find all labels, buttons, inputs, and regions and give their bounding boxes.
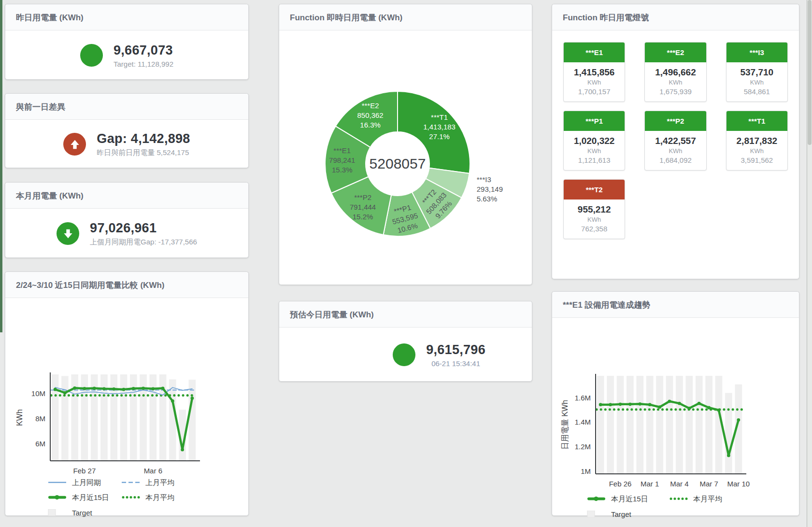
svg-text:15.2%: 15.2% [353,213,373,221]
status-circle-icon [80,44,103,67]
legend-label: 本月平均 [145,493,174,502]
stat-value: 97,026,961 [90,221,197,236]
panel-yesterday-usage: 昨日用電量 (KWh) 9,667,073 Target: 11,128,992 [5,4,249,80]
device-name-badge: ***E1 [564,43,625,62]
panel-estimate-today: 預估今日用電量 (KWh) 9,615,796 06-21 15:34:41 [279,301,532,382]
legend-swatch [587,496,606,502]
legend-label: 上月同期 [72,478,101,487]
compare-line-chart: 6M8M10MFeb 27Mar 6KWh [5,298,248,474]
scrollbar-thumb[interactable] [808,0,812,145]
panel-title: 與前一日差異 [5,94,248,120]
stat-body: 9,615,796 06-21 15:34:41 [279,328,532,382]
y-tick-label: 1.2M [575,442,591,451]
legend-item[interactable]: 本月近15日 [587,494,669,504]
device-name-badge: ***I3 [727,43,787,62]
svg-text:5.63%: 5.63% [477,195,498,203]
device-usage-value: 537,710 [727,67,787,78]
device-usage-unit: KWh [645,147,706,155]
legend-item[interactable]: 上月同期 [48,477,121,488]
legend-item[interactable]: 本月平均 [669,494,751,504]
legend-swatch [121,479,141,486]
svg-text:***T1: ***T1 [431,113,448,121]
x-tick-label: Feb 27 [73,467,96,474]
legend-item[interactable]: Target [587,509,669,519]
device-name-badge: ***P2 [645,111,706,131]
data-point [658,405,661,409]
data-point [628,402,632,406]
target-bar [169,379,176,461]
legend-item[interactable]: Target [48,507,121,518]
device-usage-unit: KWh [727,79,787,86]
device-status-tile: ***I3537,710KWh584,861 [726,42,788,102]
x-tick-label: Mar 7 [699,480,718,488]
panel-title: Function 即時日用電量 (KWh) [279,4,532,30]
legend-label: 本月近15日 [72,493,109,502]
device-target-value: 1,121,613 [564,156,625,164]
panel-title: 昨日用電量 (KWh) [5,4,248,30]
panel-title: 本月用電量 (KWh) [5,183,248,209]
device-target-value: 1,684,092 [645,156,706,164]
device-usage-value: 2,817,832 [727,136,787,146]
target-bar [646,376,654,474]
stat-body: 9,667,073 Target: 11,128,992 [5,30,248,80]
data-point [648,403,652,406]
device-name-badge: ***E2 [645,43,706,62]
device-usage-value: 1,415,856 [564,67,625,78]
device-usage-value: 955,212 [564,204,625,215]
panel-title: 預估今日用電量 (KWh) [279,301,532,328]
stat-body: Gap: 4,142,898 昨日與前日用電量 5,524,175 [5,120,248,169]
device-status-tile: ***P21,422,557KWh1,684,092 [644,111,706,171]
status-circle-icon [393,343,415,366]
trend-chart-legend: 本月近15日本月平均Target [587,494,799,519]
data-point [122,388,126,391]
device-usage-unit: KWh [564,79,625,86]
target-bar [666,376,673,474]
legend-item[interactable]: 上月平均 [121,477,195,488]
legend-item[interactable]: 本月平均 [121,492,195,503]
legend-item[interactable]: 本月近15日 [48,492,121,503]
svg-text:***I3: ***I3 [477,175,491,184]
device-name-badge: ***T1 [727,111,787,131]
device-target-value: 584,861 [727,87,787,96]
data-point [73,386,76,390]
x-tick-label: Feb 26 [609,480,632,488]
legend-swatch [587,511,606,517]
target-bar [607,376,614,474]
x-tick-label: Mar 4 [670,480,688,488]
scrollbar[interactable] [807,0,812,527]
svg-text:16.3%: 16.3% [360,121,381,129]
data-point [102,387,106,390]
device-usage-unit: KWh [564,147,625,155]
legend-label: 本月平均 [693,495,722,504]
legend-swatch [48,479,67,486]
y-tick-label: 6M [35,440,45,448]
stat-timestamp: 06-21 15:34:41 [426,359,485,368]
target-bar [627,376,634,474]
data-point [151,387,155,390]
target-bar [597,376,604,474]
device-usage-unit: KWh [727,147,787,155]
data-point [737,418,740,422]
device-name-badge: ***P1 [564,111,625,131]
device-target-value: 1,700,157 [564,87,625,96]
target-bar [61,376,69,461]
target-bar [617,376,624,474]
panel-e1-trend: ***E1 設備用電達成趨勢 1M1.2M1.4M1.6MFeb 26Mar 1… [552,291,799,516]
donut-slice-label: ***I3293,1495.63% [477,175,503,203]
arrow-down-icon [57,222,79,245]
data-point [707,406,711,410]
svg-text:850,362: 850,362 [357,111,383,119]
device-usage-unit: KWh [645,79,706,86]
y-axis-label: KWh [15,409,24,426]
data-point [698,402,701,405]
panel-realtime-usage: Function 即時日用電量 (KWh) ***T11,413,18327.1… [279,4,532,285]
data-point [687,407,691,410]
device-target-value: 1,675,939 [645,87,706,96]
y-tick-label: 10M [31,389,45,398]
target-bar [110,374,117,461]
svg-text:27.1%: 27.1% [429,132,450,141]
y-tick-label: 8M [35,414,45,423]
device-status-tile: ***P11,020,322KWh1,121,613 [563,111,625,171]
panel-title: 2/24~3/10 近15日同期用電量比較 (KWh) [5,272,248,298]
device-status-tile: ***T12,817,832KWh3,591,562 [726,111,788,171]
